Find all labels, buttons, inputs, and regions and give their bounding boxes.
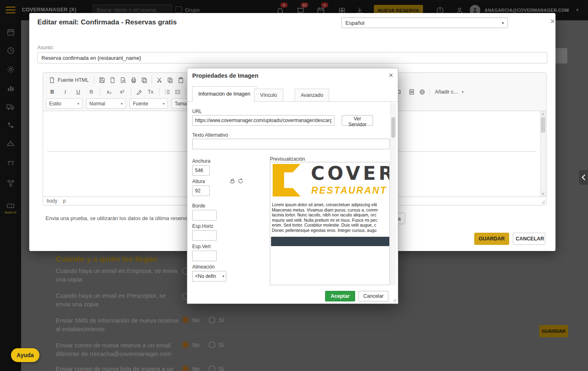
alignment-label: Alineación bbox=[192, 264, 215, 270]
bullet-list-icon bbox=[175, 89, 181, 95]
numbered-list-icon bbox=[164, 89, 171, 95]
reset-size-button[interactable] bbox=[238, 178, 243, 186]
styles-dropdown[interactable]: Estilo▾ bbox=[46, 98, 82, 109]
source-button-label: Fuente HTML bbox=[58, 77, 89, 83]
covermanager-logo-mark bbox=[273, 164, 308, 196]
ordered-list-button[interactable] bbox=[162, 87, 172, 97]
close-modal-button[interactable]: × bbox=[548, 16, 558, 26]
paste-icon[interactable] bbox=[176, 75, 186, 85]
scroll-up-icon[interactable]: ▲ bbox=[540, 111, 546, 116]
preview-label: Previsualización bbox=[270, 156, 305, 162]
tab-image-info[interactable]: Información de Imagen bbox=[192, 86, 256, 102]
subscript-button[interactable]: x₂ bbox=[103, 87, 115, 97]
new-page-icon[interactable] bbox=[107, 75, 117, 85]
border-label: Borde bbox=[192, 203, 205, 209]
alt-text-label: Texto Alternativo bbox=[192, 132, 228, 138]
side-panel-toggle[interactable] bbox=[579, 170, 588, 185]
alignment-select[interactable]: <No defin ▾ bbox=[192, 271, 226, 282]
source-doc-icon bbox=[49, 77, 55, 83]
width-label: Anchura bbox=[192, 158, 210, 164]
subject-input[interactable] bbox=[37, 52, 547, 63]
chevron-down-icon: ▾ bbox=[121, 102, 123, 106]
image-preview: COVER RESTAURANT Lorem ipsum dolor sit a… bbox=[270, 162, 390, 285]
dialog-scrollbar[interactable] bbox=[391, 103, 396, 285]
scrollbar-thumb[interactable] bbox=[541, 117, 545, 133]
close-dialog-button[interactable]: × bbox=[386, 71, 395, 80]
tab-advanced[interactable]: Avanzado bbox=[295, 89, 329, 102]
cancel-button[interactable]: CANCELAR bbox=[513, 233, 545, 245]
application-window: COVERMANAGER (X) Grupo 0 32 0 NUEVA RESE… bbox=[0, 0, 588, 371]
modal-title: Editar email: Confirmada - Reservas grat… bbox=[37, 18, 177, 26]
scroll-down-icon[interactable]: ▼ bbox=[540, 191, 546, 196]
add-field-dropdown[interactable]: Añadir c... ▾ bbox=[432, 89, 466, 95]
chevron-left-icon bbox=[581, 174, 586, 181]
subject-label: Asunto: bbox=[37, 45, 54, 50]
logo-word-cover: COVER bbox=[311, 162, 390, 184]
resize-grip-icon[interactable] bbox=[540, 199, 545, 204]
dialog-tabs: Información de Imagen Vínculo Avanzado bbox=[187, 85, 398, 102]
globe-icon bbox=[419, 89, 425, 95]
underline-button[interactable]: U bbox=[72, 87, 85, 97]
alignment-value: <No defin bbox=[195, 273, 216, 279]
accept-button[interactable]: Aceptar bbox=[325, 291, 355, 301]
vspace-input[interactable] bbox=[192, 251, 217, 261]
chevron-down-icon: ▾ bbox=[502, 21, 504, 25]
preview-footer-bar bbox=[271, 237, 389, 246]
cancel-button[interactable]: Cancelar bbox=[358, 291, 388, 301]
add-field-label: Añadir c... bbox=[435, 89, 458, 95]
cut-icon[interactable] bbox=[154, 75, 165, 85]
elements-path-p[interactable]: p bbox=[63, 198, 66, 204]
alt-text-input[interactable] bbox=[192, 139, 390, 149]
page-break-icon bbox=[408, 89, 415, 95]
hspace-input[interactable] bbox=[192, 230, 217, 241]
url-input[interactable] bbox=[192, 115, 334, 126]
save-button[interactable]: GUARDAR bbox=[474, 233, 509, 245]
browse-server-button[interactable]: Ver Servidor bbox=[342, 115, 373, 126]
source-button[interactable]: Fuente HTML bbox=[46, 75, 91, 85]
chevron-down-icon: ▾ bbox=[222, 274, 224, 278]
bold-button[interactable]: B bbox=[46, 87, 59, 97]
page-break-button[interactable] bbox=[406, 87, 417, 97]
italic-button[interactable]: I bbox=[59, 87, 72, 97]
strikethrough-button[interactable]: S bbox=[85, 87, 98, 97]
scrollbar-thumb[interactable] bbox=[391, 117, 395, 138]
border-input[interactable] bbox=[192, 210, 217, 220]
save-icon[interactable] bbox=[97, 75, 107, 85]
logo-word-restaurant: RESTAURANT bbox=[311, 185, 387, 196]
chevron-down-icon: ▾ bbox=[163, 102, 165, 106]
editor-scrollbar[interactable]: ▲ ▼ bbox=[540, 111, 546, 196]
help-button[interactable]: Ayuda bbox=[11, 348, 39, 362]
language-select[interactable]: Español ▾ bbox=[341, 17, 508, 28]
copy-formatting-button[interactable] bbox=[134, 87, 144, 97]
brush-icon bbox=[136, 89, 142, 95]
test-email-note: Envia una prueba, se utilizarán los dato… bbox=[46, 215, 188, 221]
bulleted-list-button[interactable] bbox=[173, 87, 183, 97]
url-label: URL bbox=[192, 109, 202, 114]
format-dropdown[interactable]: Normal▾ bbox=[86, 98, 126, 109]
elements-path-body[interactable]: body bbox=[47, 198, 57, 204]
remove-format-button[interactable]: Tx bbox=[144, 87, 157, 97]
preview-lorem-text: Lorem ipsum dolor sit amet, consectetuer… bbox=[272, 202, 378, 233]
height-input[interactable] bbox=[192, 186, 210, 196]
language-selected-value: Español bbox=[345, 20, 365, 26]
dialog-title: Propiedades de Imagen bbox=[192, 72, 258, 79]
chevron-down-icon: ▾ bbox=[77, 102, 79, 106]
superscript-button[interactable]: x² bbox=[116, 87, 128, 97]
copy-icon[interactable] bbox=[165, 75, 175, 85]
font-label: Fuente bbox=[133, 101, 148, 107]
preview-icon[interactable] bbox=[118, 75, 128, 85]
refresh-icon bbox=[238, 178, 243, 184]
vspace-label: Esp.Vert bbox=[192, 244, 210, 249]
image-properties-dialog: Propiedades de Imagen × Información de I… bbox=[187, 68, 398, 304]
width-input[interactable] bbox=[192, 165, 210, 176]
styles-label: Estilo bbox=[49, 101, 61, 107]
font-dropdown[interactable]: Fuente▾ bbox=[130, 98, 168, 109]
tab-link[interactable]: Vínculo bbox=[254, 89, 283, 102]
templates-icon[interactable] bbox=[139, 75, 149, 85]
iframe-button[interactable] bbox=[417, 87, 427, 97]
print-icon[interactable] bbox=[128, 75, 139, 85]
dialog-resize-grip-icon[interactable] bbox=[392, 298, 397, 302]
chevron-down-icon: ▾ bbox=[462, 90, 464, 94]
lock-ratio-button[interactable] bbox=[230, 178, 235, 186]
height-label: Altura bbox=[192, 179, 205, 184]
